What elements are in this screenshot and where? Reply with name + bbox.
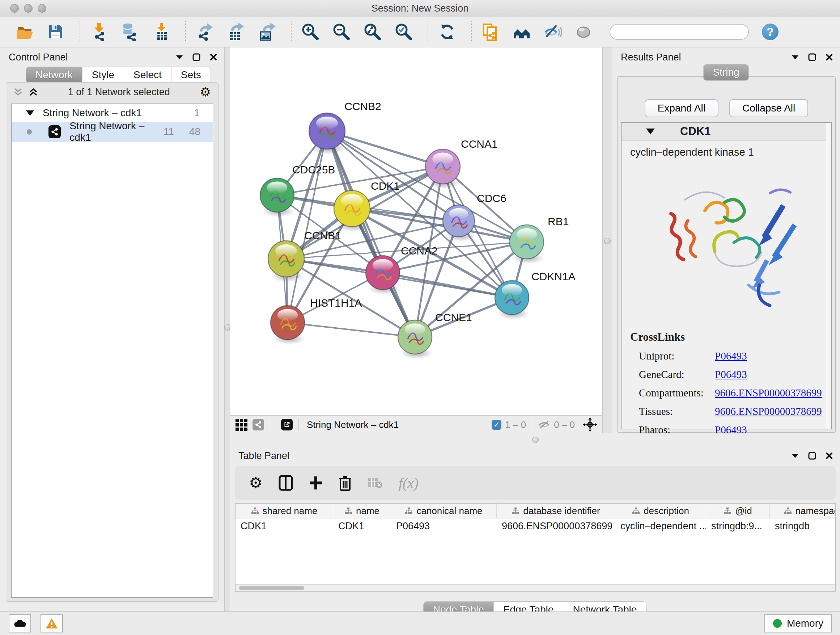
- scrollbar-thumb[interactable]: [239, 586, 304, 590]
- string-badge-icon[interactable]: [253, 419, 264, 431]
- network-node-CDKN1A[interactable]: [495, 280, 530, 320]
- network-row-selected[interactable]: String Network – cdk1 11 48: [11, 122, 213, 142]
- close-panel-icon[interactable]: [826, 452, 833, 459]
- column-header-shared-name[interactable]: shared name: [235, 504, 333, 518]
- create-column-icon[interactable]: [309, 476, 323, 490]
- import-database-icon[interactable]: [121, 22, 140, 41]
- right-panel-divider[interactable]: [602, 48, 613, 433]
- float-panel-icon[interactable]: [808, 452, 816, 460]
- table-toolbar: ⚙ f(x): [235, 466, 836, 500]
- entry-expander-icon[interactable]: [646, 128, 655, 134]
- export-image-icon[interactable]: [257, 22, 276, 41]
- table-panel-divider[interactable]: [230, 433, 840, 446]
- edge-CCNA2-CDKN1A[interactable]: [383, 272, 512, 298]
- open-session-icon[interactable]: [15, 22, 34, 41]
- panel-menu-icon[interactable]: [176, 55, 183, 60]
- collection-name: String Network – cdk1: [43, 107, 142, 119]
- pan-crosshair-icon[interactable]: [583, 417, 597, 432]
- column-header-description[interactable]: description: [615, 504, 706, 518]
- crosslink-link[interactable]: 9606.ENSP00000378699: [715, 405, 822, 417]
- fit-content-icon[interactable]: [363, 22, 382, 41]
- import-table-icon[interactable]: [152, 22, 171, 41]
- open-in-browser-icon[interactable]: [281, 419, 293, 431]
- string-network-icon: [49, 125, 61, 138]
- birdseye-grid-icon[interactable]: [235, 419, 248, 431]
- column-header-namespac[interactable]: namespac: [770, 504, 836, 518]
- network-node-CDC25B[interactable]: [260, 178, 295, 217]
- panel-menu-icon[interactable]: [791, 55, 799, 60]
- network-node-CCNB1[interactable]: [268, 241, 305, 282]
- collapse-all-networks-icon[interactable]: [13, 87, 23, 97]
- tab-sets[interactable]: Sets: [172, 67, 210, 83]
- gene-description: cyclin–dependent kinase 1: [630, 146, 823, 158]
- network-options-gear-icon[interactable]: ⚙: [200, 86, 211, 98]
- network-node-CCNA2[interactable]: [366, 256, 401, 295]
- entry-scrollbar[interactable]: [826, 123, 831, 429]
- cloud-status-button[interactable]: [9, 614, 31, 632]
- hide-selected-icon[interactable]: [543, 22, 562, 41]
- network-graph[interactable]: CCNB2CCNA1CDC25BCDK1CDC6RB1CCNB1CCNA2CDK…: [230, 48, 602, 415]
- tab-style[interactable]: Style: [82, 67, 124, 83]
- crosslink-link[interactable]: P06493: [715, 369, 747, 380]
- float-panel-icon[interactable]: [193, 53, 201, 61]
- crosslink-label: Compartments:: [639, 387, 715, 399]
- duplicate-page-icon[interactable]: [481, 22, 500, 41]
- zoom-out-icon[interactable]: [332, 22, 351, 41]
- warnings-button[interactable]: [41, 614, 63, 632]
- crosslink-link[interactable]: P06493: [715, 350, 747, 362]
- node-label-RB1: RB1: [548, 215, 569, 227]
- network-node-CCNB2[interactable]: [309, 113, 346, 155]
- show-columns-icon[interactable]: [279, 475, 293, 491]
- collapse-all-button[interactable]: Collapse All: [729, 99, 808, 117]
- close-panel-icon[interactable]: [826, 54, 833, 61]
- table-horizontal-scrollbar[interactable]: [235, 584, 835, 591]
- network-node-CCNE1[interactable]: [398, 320, 433, 359]
- column-header-canonical-name[interactable]: canonical name: [391, 504, 497, 518]
- search-input[interactable]: [620, 26, 742, 38]
- export-table-icon[interactable]: [226, 22, 245, 41]
- network-node-CDC6[interactable]: [443, 205, 475, 241]
- network-node-RB1[interactable]: [510, 225, 545, 264]
- network-collection-box: 1 of 1 Network selected ⚙ String Network…: [6, 82, 218, 602]
- memory-button[interactable]: Memory: [764, 614, 832, 632]
- memory-label: Memory: [787, 618, 823, 629]
- selected-items-checkbox-icon[interactable]: ✓: [492, 420, 501, 430]
- save-session-icon[interactable]: [46, 22, 65, 41]
- tab-string[interactable]: String: [703, 65, 748, 80]
- network-node-HIST1H1A[interactable]: [271, 306, 305, 345]
- network-collection-row[interactable]: String Network – cdk1 1: [11, 104, 213, 122]
- horizontal-divider-handle[interactable]: [532, 437, 538, 443]
- control-panel-tabs: Network Style Select Sets: [26, 67, 210, 83]
- network-node-CCNA1[interactable]: [425, 149, 461, 189]
- table-options-gear-icon[interactable]: ⚙: [249, 475, 263, 491]
- crosslink-link[interactable]: 9606.ENSP00000378699: [715, 387, 822, 399]
- import-network-icon[interactable]: [90, 22, 109, 41]
- panel-menu-icon[interactable]: [791, 453, 799, 458]
- separator: [270, 418, 270, 431]
- export-network-icon[interactable]: [195, 22, 214, 41]
- column-header-database-identifier[interactable]: database identifier: [497, 504, 615, 518]
- gene-entry-header[interactable]: CDK1: [622, 123, 831, 141]
- collection-count: 1: [194, 107, 200, 119]
- table-row[interactable]: CDK1CDK1P064939606.ENSP00000378699cyclin…: [235, 518, 835, 534]
- collection-expander-icon[interactable]: [26, 111, 34, 116]
- table-cell: CDK1: [235, 518, 333, 534]
- delete-column-icon[interactable]: [339, 475, 352, 491]
- expand-all-networks-icon[interactable]: [28, 87, 38, 97]
- show-all-icon[interactable]: [575, 22, 593, 41]
- network-node-CDK1[interactable]: [334, 190, 371, 232]
- hidden-items-eye-icon: [538, 420, 550, 429]
- zoom-in-icon[interactable]: [301, 22, 320, 41]
- close-panel-icon[interactable]: [210, 54, 217, 61]
- column-header-name[interactable]: name: [333, 504, 391, 518]
- right-divider-handle[interactable]: [604, 238, 611, 244]
- expand-all-button[interactable]: Expand All: [645, 99, 718, 117]
- column-header-@id[interactable]: @id: [706, 504, 770, 518]
- float-panel-icon[interactable]: [808, 53, 816, 61]
- help-button[interactable]: ?: [762, 24, 778, 40]
- apply-preferred-layout-icon[interactable]: [438, 22, 456, 41]
- first-neighbors-icon[interactable]: [512, 22, 531, 41]
- tab-network[interactable]: Network: [26, 67, 82, 83]
- zoom-selected-icon[interactable]: [394, 22, 413, 41]
- tab-select[interactable]: Select: [124, 67, 172, 83]
